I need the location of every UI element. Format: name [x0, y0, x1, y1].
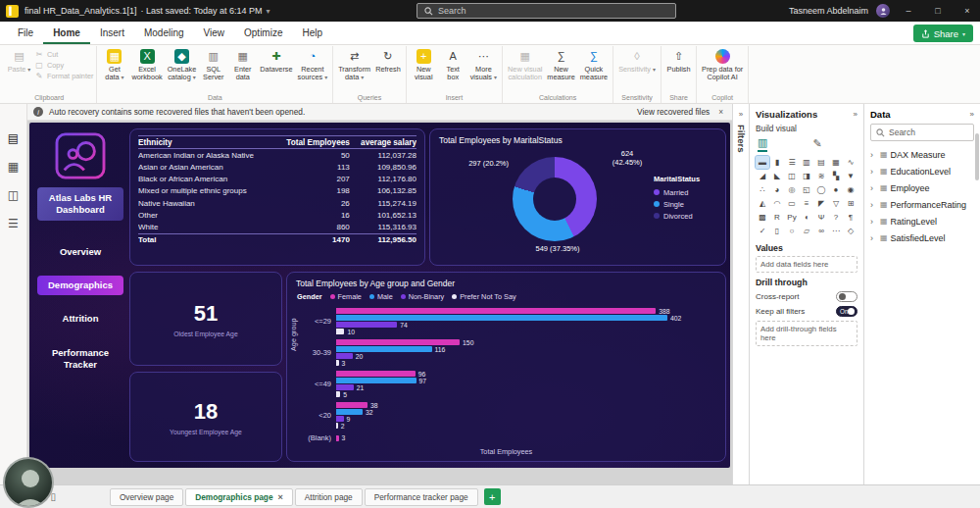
metrics-icon[interactable]: ✓ [756, 225, 769, 237]
line-and-stacked-column-chart-icon[interactable]: ◫ [785, 170, 799, 182]
bar-male[interactable] [336, 315, 667, 321]
title-dropdown-icon[interactable]: ▾ [266, 7, 270, 16]
kpi-icon[interactable]: ◤ [814, 197, 828, 210]
view-recovered-files-link[interactable]: View recovered files [637, 107, 710, 117]
paginated-report-icon[interactable]: ▯ [770, 225, 784, 237]
values-field-well[interactable]: Add data fields here [756, 256, 858, 273]
ribbon-button-prep-data-for-copilot-ai[interactable]: Prep data for Copilot AI [700, 47, 745, 84]
ribbon-button-cut[interactable]: ✂Cut [34, 50, 93, 59]
clustered-column-chart-icon[interactable]: ▥ [800, 156, 813, 169]
ribbon-button-enter-data[interactable]: ▦ Enter data [228, 47, 257, 84]
chevron-right-icon[interactable]: › [870, 217, 877, 227]
close-tab-icon[interactable]: × [278, 492, 283, 502]
ribbon-button-more-visuals[interactable]: ⋯ More visuals ▾ [468, 47, 499, 84]
100-stacked-bar-chart-icon[interactable]: ▤ [814, 156, 828, 169]
report-canvas[interactable]: Atlas Labs HR Dashboard OverviewDemograp… [27, 121, 732, 484]
pie-chart-icon[interactable]: ◕ [770, 183, 784, 196]
key-influencers-icon[interactable]: ◖ [800, 211, 813, 224]
smart-narrative-icon[interactable]: ¶ [844, 211, 858, 224]
scatter-chart-icon[interactable]: ∴ [756, 183, 769, 196]
ribbon-button-text-box[interactable]: A Text box [439, 47, 467, 84]
chevron-right-icon[interactable]: › [870, 167, 877, 177]
map-icon[interactable]: ◯ [814, 183, 828, 196]
page-tab-demographics-page[interactable]: Demographics page× [185, 488, 293, 506]
new-page-button[interactable]: + [484, 488, 501, 505]
shape-map-icon[interactable]: ◉ [844, 183, 858, 196]
ribbon-button-excel-workbook[interactable]: X Excel workbook [129, 47, 164, 84]
model-view-icon[interactable]: ◫ [8, 188, 19, 202]
gauge-icon[interactable]: ◠ [770, 197, 784, 210]
age-gender-bar-visual[interactable]: Total Employees by Age group and Gender … [286, 272, 726, 462]
ribbon-button-quick-measure[interactable]: ∑ Quick measure [578, 47, 610, 84]
stacked-area-chart-icon[interactable]: ◣ [770, 170, 784, 182]
q-and-a-icon[interactable]: ? [829, 211, 843, 224]
bar-male[interactable] [336, 346, 432, 352]
chevron-double-right-icon[interactable]: » [739, 110, 743, 119]
marital-status-donut-visual[interactable]: Total Employees by MaritalStatus 624 (42… [429, 128, 726, 266]
data-field-educationlevel[interactable]: ›▦EducationLevel [870, 163, 974, 179]
multi-row-card-icon[interactable]: ≡ [800, 197, 813, 210]
legend-item-non-binary[interactable]: Non-Binary [401, 292, 445, 301]
ribbon-button-paste[interactable]: ▤ Paste ▾ [5, 47, 33, 76]
area-chart-icon[interactable]: ◢ [756, 170, 769, 182]
line-and-clustered-column-chart-icon[interactable]: ◨ [800, 170, 813, 182]
bar-male[interactable] [336, 409, 363, 415]
waterfall-chart-icon[interactable]: ▚ [829, 170, 843, 182]
ribbon-button-new-visual-calculation[interactable]: ▦ New visual calculation [506, 47, 544, 84]
bar-prefer-not-to-say[interactable] [336, 360, 339, 366]
donut-chart[interactable] [513, 157, 597, 241]
dax-query-view-icon[interactable]: ☰ [8, 217, 19, 230]
bar-prefer-not-to-say[interactable] [336, 423, 338, 429]
ribbon-button-refresh[interactable]: ↻ Refresh [373, 47, 403, 76]
ribbon-button-new-measure[interactable]: ∑ New measure [545, 47, 576, 84]
funnel-chart-icon[interactable]: ▼ [844, 170, 858, 182]
menu-tab-optimize[interactable]: Optimize [234, 22, 292, 44]
ribbon-button-get-data[interactable]: ▦ Get data ▾ [100, 47, 128, 84]
maximize-button[interactable]: □ [927, 6, 949, 16]
close-button[interactable]: × [956, 6, 978, 16]
filters-panel-collapsed[interactable]: » Filters [732, 104, 750, 484]
chevron-right-icon[interactable]: › [870, 200, 877, 210]
nav-overview[interactable]: Overview [33, 242, 127, 262]
cross-report-toggle[interactable] [836, 291, 858, 302]
data-field-performancerating[interactable]: ›▦PerformanceRating [870, 196, 974, 213]
scrollbar[interactable] [975, 133, 979, 180]
menu-tab-insert[interactable]: Insert [90, 22, 134, 44]
report-view-icon[interactable]: ▤ [8, 131, 19, 145]
user-name[interactable]: Tasneem Abdelnaim [789, 6, 868, 16]
ethnicity-table-visual[interactable]: EthnicityTotal Employeesaverage salaryAm… [129, 128, 425, 266]
100-stacked-column-chart-icon[interactable]: ▦ [829, 156, 843, 169]
keep-all-filters-toggle[interactable]: On [836, 306, 858, 317]
python-visual-icon[interactable]: Py [785, 211, 799, 224]
bar-prefer-not-to-say[interactable] [336, 329, 344, 334]
build-visual-icon[interactable]: ▥ [758, 136, 767, 152]
oldest-age-card-visual[interactable]: 51 Oldest Employee Age [129, 272, 282, 366]
ribbon-button-onelake-catalog[interactable]: ◆ OneLake catalog ▾ [166, 47, 199, 84]
ribbon-button-copy[interactable]: ▢Copy [34, 61, 93, 70]
chevron-right-icon[interactable]: › [870, 233, 877, 243]
page-tab-overview-page[interactable]: Overview page [110, 488, 183, 506]
clustered-bar-chart-icon[interactable]: ☰ [785, 156, 799, 169]
ribbon-button-publish[interactable]: ⇧ Publish [664, 47, 693, 76]
stacked-bar-chart-icon[interactable]: ▬ [756, 156, 769, 169]
close-banner-icon[interactable]: × [715, 107, 726, 117]
data-field-satisfiedlevel[interactable]: ›▦SatisfiedLevel [870, 229, 974, 246]
treemap-icon[interactable]: ◱ [800, 183, 813, 196]
share-button[interactable]: Share ▾ [913, 25, 973, 42]
ribbon-button-format-painter[interactable]: ✎Format painter [34, 72, 93, 80]
legend-item-prefer-not-to-say[interactable]: Prefer Not To Say [452, 292, 515, 301]
table-icon[interactable]: ⊞ [844, 197, 858, 210]
menu-tab-file[interactable]: File [8, 22, 43, 44]
ribbon-button-new-visual[interactable]: + New visual [410, 47, 438, 84]
data-search-input[interactable]: Search [870, 124, 974, 141]
chevron-right-icon[interactable]: › [870, 183, 877, 193]
youngest-age-card-visual[interactable]: 18 Youngest Employee Age [129, 372, 282, 462]
ribbon-button-recent-sources[interactable]: ◔ Recent sources ▾ [296, 47, 330, 84]
filled-map-icon[interactable]: ● [829, 183, 843, 196]
legend-item-married[interactable]: Married [654, 186, 700, 198]
bar-non-binary[interactable] [336, 416, 344, 422]
stacked-column-chart-icon[interactable]: ▮ [770, 156, 784, 169]
bar-female[interactable] [336, 308, 656, 314]
ribbon-button-dataverse[interactable]: ✚ Dataverse [258, 47, 294, 76]
script-visual-icon[interactable]: ◇ [844, 225, 858, 237]
